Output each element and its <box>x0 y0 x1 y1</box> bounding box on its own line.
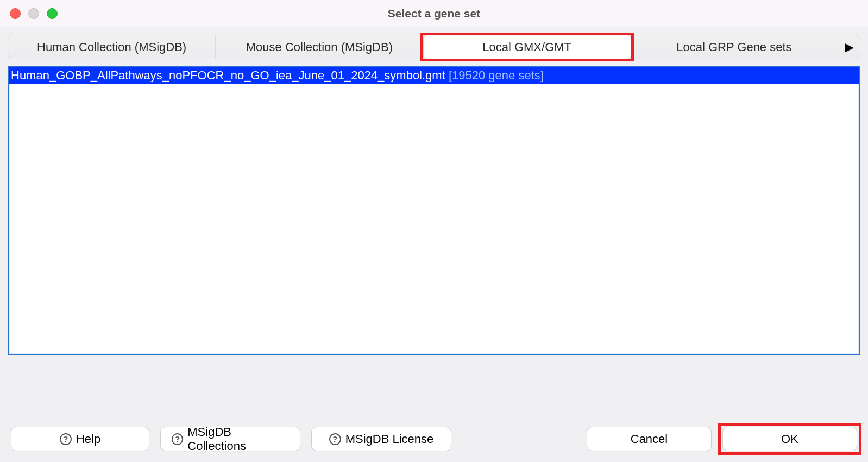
question-icon: ? <box>329 433 341 445</box>
ok-button-highlight: OK <box>722 427 857 451</box>
tab-label: Local GRP Gene sets <box>676 40 791 54</box>
msigdb-license-button[interactable]: ? MSigDB License <box>311 427 451 451</box>
dialog-footer: ? Help ? MSigDB Collections ? MSigDB Lic… <box>0 427 868 451</box>
tab-bar: Human Collection (MSigDB) Mouse Collecti… <box>8 35 860 59</box>
titlebar: Select a gene set <box>0 0 868 27</box>
button-label: Cancel <box>631 432 668 446</box>
tab-mouse-collection[interactable]: Mouse Collection (MSigDB) <box>216 35 423 59</box>
close-icon[interactable] <box>10 8 21 19</box>
window-title: Select a gene set <box>0 7 868 20</box>
tab-label: Human Collection (MSigDB) <box>37 40 186 54</box>
tab-label: Local GMX/GMT <box>482 40 571 54</box>
window-controls <box>10 8 58 19</box>
ok-button[interactable]: OK <box>722 427 857 451</box>
question-icon: ? <box>172 433 183 445</box>
tab-local-grp[interactable]: Local GRP Gene sets <box>631 35 838 59</box>
tab-overflow-button[interactable]: ▶ <box>838 35 860 59</box>
list-item-count: [19520 gene sets] <box>449 68 544 82</box>
tab-local-gmx-gmt[interactable]: Local GMX/GMT <box>423 35 631 59</box>
button-label: Help <box>76 432 100 446</box>
dialog-content: Human Collection (MSigDB) Mouse Collecti… <box>0 27 868 355</box>
tab-label: Mouse Collection (MSigDB) <box>246 40 393 54</box>
gene-set-list[interactable]: Human_GOBP_AllPathways_noPFOCR_no_GO_iea… <box>8 66 860 355</box>
help-button[interactable]: ? Help <box>11 427 149 451</box>
minimize-icon <box>28 8 39 19</box>
cancel-button[interactable]: Cancel <box>587 427 712 451</box>
button-label: OK <box>781 432 798 446</box>
button-label: MSigDB License <box>345 432 434 446</box>
chevron-right-icon: ▶ <box>845 40 854 54</box>
tab-human-collection[interactable]: Human Collection (MSigDB) <box>8 35 216 59</box>
list-item[interactable]: Human_GOBP_AllPathways_noPFOCR_no_GO_iea… <box>9 67 859 84</box>
button-label: MSigDB Collections <box>187 425 289 453</box>
list-item-filename: Human_GOBP_AllPathways_noPFOCR_no_GO_iea… <box>11 68 445 82</box>
msigdb-collections-button[interactable]: ? MSigDB Collections <box>160 427 300 451</box>
question-icon: ? <box>60 433 72 445</box>
zoom-icon[interactable] <box>47 8 58 19</box>
